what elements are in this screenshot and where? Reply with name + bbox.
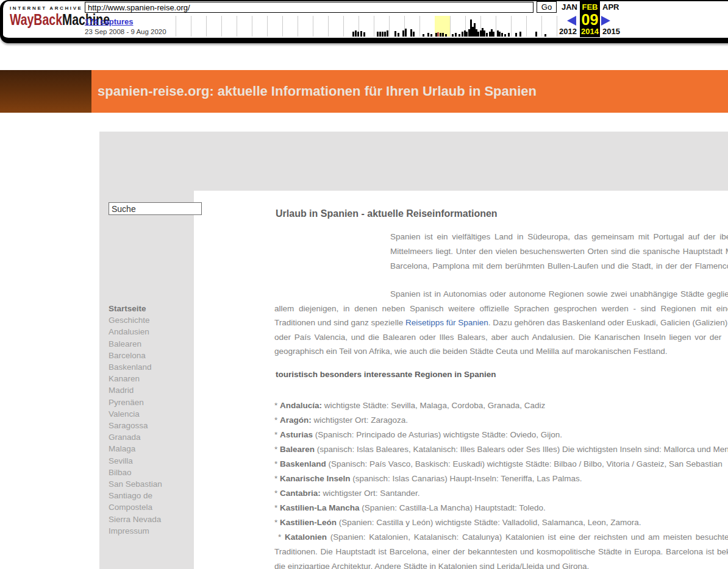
capture-bar[interactable] xyxy=(504,34,506,37)
capture-bar[interactable] xyxy=(427,33,429,37)
text-line: * Baskenland (Spanisch: País Vasco, Bask… xyxy=(274,457,728,472)
text-line: * Andalucía: wichtigste Städte: Sevilla,… xyxy=(274,398,728,413)
sidebar-item-valencia[interactable]: Valencia xyxy=(109,408,194,420)
sidebar-item-barcelona[interactable]: Barcelona xyxy=(109,350,194,361)
text-line: Spanien ist ein vielfältiges Land in Süd… xyxy=(390,230,728,244)
text-line: Traditionen. Die Hauptstadt ist Barcelon… xyxy=(274,545,728,559)
capture-bar[interactable] xyxy=(363,32,365,37)
capture-bar[interactable] xyxy=(384,32,386,37)
capture-bar[interactable] xyxy=(377,32,379,37)
capture-bar[interactable] xyxy=(442,33,444,37)
sidebar-item-andalusien[interactable]: Andalusien xyxy=(109,326,194,338)
capture-bar[interactable] xyxy=(355,30,357,37)
capture-bar[interactable] xyxy=(484,30,485,37)
capture-bar[interactable] xyxy=(477,32,479,37)
current-month-label: FEB xyxy=(580,2,600,12)
sidebar-item-balearen[interactable]: Balearen xyxy=(109,338,194,350)
captures-link[interactable]: 174 captures xyxy=(85,17,134,26)
sidebar-item-kanaren[interactable]: Kanaren xyxy=(109,373,194,384)
search-input[interactable] xyxy=(109,202,202,215)
region-name: Cantabria: xyxy=(280,489,321,498)
timeline-gridline xyxy=(419,16,420,37)
region-details: (Spanien: Castilla-La Mancha) Hauptstadt… xyxy=(360,503,546,512)
text-line: * Kanarische Inseln (spanisch: Islas Can… xyxy=(274,472,728,486)
text-line: * Cantabria: wichtigster Ort: Santander. xyxy=(274,486,728,501)
timeline-gridline xyxy=(450,16,451,37)
capture-bar[interactable] xyxy=(413,32,415,37)
capture-bar[interactable] xyxy=(430,34,432,37)
current-year-label: 2014 xyxy=(580,27,600,36)
capture-bar[interactable] xyxy=(360,31,362,37)
capture-bar[interactable] xyxy=(352,32,354,37)
capture-bar[interactable] xyxy=(535,32,537,37)
sidebar-item-sevilla[interactable]: Sevilla xyxy=(109,455,194,467)
region-name: Andalucía: xyxy=(280,401,322,410)
prev-year-label[interactable]: 2012 xyxy=(559,27,577,36)
timeline-gridline xyxy=(237,16,237,37)
sidebar-item-madrid[interactable]: Madrid xyxy=(109,384,194,396)
sidebar-item-saragossa[interactable]: Saragossa xyxy=(109,420,194,431)
region-details: (spanisch: Islas Baleares, Katalanisch: … xyxy=(315,445,728,454)
capture-bar[interactable] xyxy=(440,33,441,37)
text-line: Barcelona, Pamplona mit dem berühmten Bu… xyxy=(390,259,728,274)
prev-month-label[interactable]: JAN xyxy=(562,2,577,12)
capture-bar[interactable] xyxy=(455,33,457,37)
capture-bar[interactable] xyxy=(462,32,463,37)
capture-bar[interactable] xyxy=(452,34,454,37)
regions-paragraph: Spanien ist in Autonomias oder autonome … xyxy=(274,287,728,359)
region-details: (Spanien: Katalonien, Katalanisch: Catal… xyxy=(327,532,728,542)
url-input[interactable] xyxy=(85,2,534,13)
region-details: (spanisch: Islas Canarias) Haupt-Inseln:… xyxy=(351,474,582,483)
capture-bar[interactable] xyxy=(398,33,399,37)
sidebar-item-granada[interactable]: Granada xyxy=(109,431,194,443)
go-button[interactable]: Go xyxy=(537,1,557,13)
capture-bar[interactable] xyxy=(387,30,388,37)
sidebar-item-startseite[interactable]: Startseite xyxy=(109,303,194,314)
capture-bar[interactable] xyxy=(499,32,501,37)
capture-bar[interactable] xyxy=(501,33,503,37)
list-bullet: * xyxy=(274,474,280,483)
capture-bar[interactable] xyxy=(459,34,460,37)
region-details: wichtigste Städte: Sevilla, Malaga, Cord… xyxy=(322,401,545,410)
capture-bar[interactable] xyxy=(519,32,521,37)
capture-bar[interactable] xyxy=(402,30,404,37)
sidebar-nav: StartseiteGeschichteAndalusienBalearenBa… xyxy=(109,303,194,537)
capture-bar[interactable] xyxy=(423,34,424,37)
capture-bar[interactable] xyxy=(382,32,384,37)
capture-bar[interactable] xyxy=(410,29,412,37)
sidebar-item-sierra-nevada[interactable]: Sierra Nevada xyxy=(109,514,194,525)
list-bullet: * xyxy=(274,459,280,468)
sidebar-item-san-sebastian[interactable]: San Sebastian xyxy=(109,478,194,490)
sidebar-item-impressum[interactable]: Impressum xyxy=(109,525,194,537)
sidebar-item-geschichte[interactable]: Geschichte xyxy=(109,314,194,326)
next-capture-arrow-icon[interactable] xyxy=(601,16,610,26)
next-month-label[interactable]: APR xyxy=(602,2,619,12)
sidebar-item-pyren-en[interactable]: Pyrenäen xyxy=(109,397,194,408)
capture-bar[interactable] xyxy=(544,34,546,37)
capture-bar[interactable] xyxy=(405,29,407,37)
sidebar-item-bilbao[interactable]: Bilbao xyxy=(109,467,194,478)
list-bullet: * xyxy=(274,489,280,498)
current-capture-bar[interactable] xyxy=(437,32,439,37)
region-name: Balearen xyxy=(280,445,315,454)
capture-bar[interactable] xyxy=(486,33,488,37)
next-year-label[interactable]: 2015 xyxy=(602,27,620,36)
capture-bar[interactable] xyxy=(493,32,494,37)
sidebar-item-malaga[interactable]: Malaga xyxy=(109,443,194,454)
capture-bar[interactable] xyxy=(445,34,447,37)
capture-bar[interactable] xyxy=(466,32,468,37)
capture-bar[interactable] xyxy=(379,32,381,37)
list-bullet: * xyxy=(274,503,280,512)
header-logo-box xyxy=(0,70,91,113)
sidebar-item-santiago-de-compostela[interactable]: Santiago de Compostela xyxy=(109,490,194,513)
prev-capture-arrow-icon[interactable] xyxy=(567,16,576,26)
capture-bar[interactable] xyxy=(357,32,359,37)
capture-bar[interactable] xyxy=(508,33,510,37)
reisetipps-link[interactable]: Reisetipps für Spanien xyxy=(405,318,488,327)
sidebar-item-baskenland[interactable]: Baskenland xyxy=(109,361,194,373)
capture-bar[interactable] xyxy=(394,31,396,37)
capture-bar[interactable] xyxy=(515,33,517,37)
text-line: die einzigartige Architektur. Andere Stä… xyxy=(274,559,728,569)
timeline-gridline xyxy=(282,16,283,37)
timeline-gridline xyxy=(252,16,252,37)
